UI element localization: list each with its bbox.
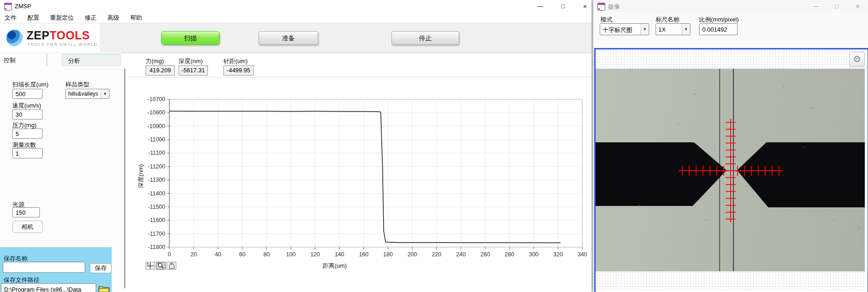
ruler-name-label: 标尺名称 bbox=[656, 16, 679, 24]
ruler-name-dropdown[interactable]: 1X ▼ bbox=[656, 23, 690, 35]
svg-text:-11100: -11100 bbox=[148, 150, 165, 156]
force-label: 力(mg) bbox=[146, 57, 164, 65]
graph-cursor-button[interactable] bbox=[146, 262, 155, 270]
svg-text:-11000: -11000 bbox=[148, 136, 165, 143]
svg-text:260: 260 bbox=[480, 251, 490, 258]
speed-label: 速度(um/s) bbox=[12, 102, 41, 110]
pressure-input[interactable] bbox=[12, 129, 43, 139]
crosshair-ruler-overlay bbox=[596, 69, 865, 271]
svg-text:340: 340 bbox=[578, 251, 587, 258]
camera-button[interactable]: 相机 bbox=[12, 221, 43, 233]
svg-text:-11600: -11600 bbox=[148, 217, 165, 223]
camera-view-frame: ⚙ bbox=[594, 48, 868, 292]
force-value: 419.209 bbox=[146, 65, 175, 76]
camera-app-icon bbox=[597, 3, 605, 11]
graph-zoom-button[interactable] bbox=[156, 262, 166, 270]
depth-label: 深度(nm) bbox=[179, 57, 203, 65]
save-panel: 保存名称 保存 保存文件路径 bbox=[0, 247, 112, 292]
camera-top-strip bbox=[596, 49, 865, 69]
zmsp-minimize-button[interactable]: — bbox=[530, 0, 551, 13]
scale-input[interactable] bbox=[699, 23, 738, 35]
logo-zep: ZEP bbox=[27, 29, 49, 42]
panel-splitter-handle[interactable] bbox=[124, 69, 125, 288]
profile-chart: -10700-10800-10900-11000-11100-11200-113… bbox=[128, 78, 591, 279]
panel-splitter[interactable] bbox=[122, 69, 122, 288]
camera-live-image bbox=[596, 69, 865, 271]
camera-maximize-button[interactable]: □ bbox=[826, 0, 847, 13]
browse-folder-button[interactable] bbox=[98, 284, 111, 292]
sample-type-label: 样品类型 bbox=[65, 81, 89, 89]
scan-length-input[interactable] bbox=[12, 89, 43, 99]
svg-text:0: 0 bbox=[168, 251, 171, 258]
menu-help[interactable]: 帮助 bbox=[125, 13, 146, 23]
camera-bottom-strip bbox=[596, 271, 865, 291]
stop-button[interactable]: 停止 bbox=[391, 31, 459, 45]
chevron-down-icon: ▼ bbox=[101, 89, 109, 98]
svg-text:240: 240 bbox=[456, 251, 466, 258]
scan-length-label: 扫描长度(um) bbox=[12, 81, 49, 89]
mode-dropdown[interactable]: 十字标尺图 ▼ bbox=[600, 23, 649, 35]
prepare-button[interactable]: 准备 bbox=[259, 31, 318, 45]
camera-window-title: 摄像 bbox=[608, 3, 620, 11]
cursor-crosshair-icon bbox=[146, 262, 155, 269]
menu-advanced[interactable]: 高级 bbox=[103, 13, 124, 23]
svg-text:-11200: -11200 bbox=[148, 163, 165, 170]
svg-text:120: 120 bbox=[310, 251, 320, 258]
sample-type-dropdown[interactable]: hills&valleys ▼ bbox=[65, 89, 109, 99]
svg-text:-11500: -11500 bbox=[148, 204, 165, 210]
svg-text:-11300: -11300 bbox=[148, 177, 165, 183]
zmsp-menubar: 文件 配置 重新定位 修正 高级 帮助 bbox=[0, 13, 591, 23]
menu-file[interactable]: 文件 bbox=[0, 13, 21, 23]
mode-label: 模式 bbox=[601, 16, 613, 24]
zeptools-logo-icon bbox=[6, 30, 23, 46]
scan-button[interactable]: 扫描 bbox=[161, 31, 220, 45]
measure-count-input[interactable] bbox=[12, 148, 43, 158]
zmsp-maximize-button[interactable]: □ bbox=[553, 0, 574, 13]
svg-text:200: 200 bbox=[407, 251, 417, 258]
zmsp-window: ZMSP — □ × 文件 配置 重新定位 修正 高级 帮助 ZEPTOOLS … bbox=[0, 0, 591, 292]
svg-text:220: 220 bbox=[432, 251, 441, 258]
logo-tools: TOOLS bbox=[49, 29, 90, 42]
tab-control[interactable]: 控制 bbox=[4, 56, 16, 65]
save-name-input[interactable] bbox=[3, 262, 85, 273]
svg-text:280: 280 bbox=[505, 251, 514, 258]
svg-text:距离(um): 距离(um) bbox=[323, 262, 347, 269]
svg-text:-11800: -11800 bbox=[148, 244, 165, 250]
svg-text:-10900: -10900 bbox=[147, 123, 165, 130]
save-path-input[interactable] bbox=[1, 283, 96, 292]
svg-text:320: 320 bbox=[553, 251, 563, 258]
menu-relocate[interactable]: 重新定位 bbox=[45, 13, 78, 23]
needle-gap-value: -4499.95 bbox=[223, 65, 254, 76]
svg-text:180: 180 bbox=[383, 251, 393, 258]
menu-config[interactable]: 配置 bbox=[23, 13, 44, 23]
svg-text:-11400: -11400 bbox=[148, 190, 165, 197]
camera-titlebar[interactable]: 摄像 — □ × bbox=[593, 0, 868, 13]
needle-gap-label: 针距(um) bbox=[223, 57, 248, 65]
svg-text:20: 20 bbox=[190, 251, 197, 258]
svg-text:-10700: -10700 bbox=[147, 96, 165, 103]
zmsp-titlebar[interactable]: ZMSP — □ × bbox=[0, 0, 591, 13]
gear-icon: ⚙ bbox=[853, 54, 861, 64]
menu-correction[interactable]: 修正 bbox=[80, 13, 101, 23]
svg-text:60: 60 bbox=[239, 251, 245, 258]
zmsp-app-icon bbox=[4, 3, 12, 11]
zeptools-logo: ZEPTOOLS TOOLS FOR SMALL WORLD. bbox=[0, 23, 100, 52]
light-input[interactable] bbox=[12, 207, 40, 217]
graph-pan-button[interactable] bbox=[167, 262, 176, 270]
zmsp-window-title: ZMSP bbox=[15, 3, 31, 10]
svg-text:深度(nm): 深度(nm) bbox=[137, 164, 144, 189]
folder-icon bbox=[98, 284, 111, 292]
magnifier-icon bbox=[157, 262, 165, 269]
save-button[interactable]: 保存 bbox=[90, 263, 112, 273]
zmsp-header: ZEPTOOLS TOOLS FOR SMALL WORLD. 扫描 准备 停止 bbox=[0, 23, 591, 53]
speed-input[interactable] bbox=[12, 109, 43, 119]
camera-window: 摄像 — □ × 模式 十字标尺图 ▼ 标尺名称 1X ▼ 比例(mm/pixe… bbox=[593, 0, 868, 292]
tab-analysis[interactable]: 分析 bbox=[62, 54, 121, 66]
svg-text:160: 160 bbox=[359, 251, 369, 258]
zmsp-close-button[interactable]: × bbox=[575, 0, 596, 13]
camera-minimize-button[interactable]: — bbox=[805, 0, 826, 13]
chevron-down-icon: ▼ bbox=[682, 24, 690, 35]
svg-text:300: 300 bbox=[529, 251, 538, 258]
camera-close-button[interactable]: × bbox=[847, 0, 868, 13]
camera-settings-button[interactable]: ⚙ bbox=[849, 52, 865, 67]
